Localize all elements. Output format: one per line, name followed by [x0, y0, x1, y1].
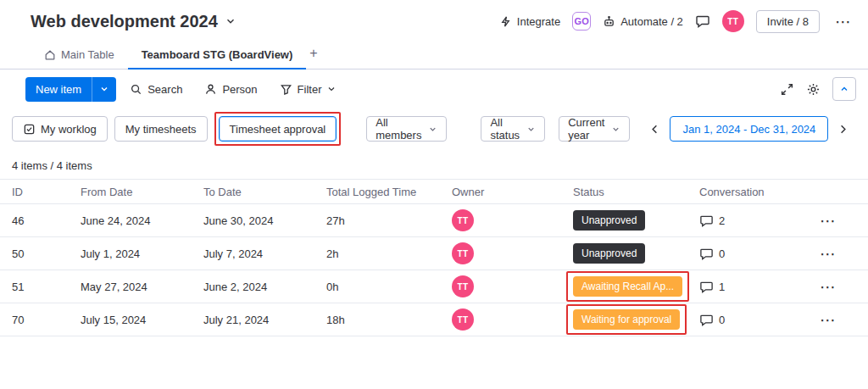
cell-to-date[interactable]: June 2, 2024: [203, 281, 326, 293]
column-header-from-date[interactable]: From Date: [81, 186, 203, 198]
conversation-button[interactable]: 0: [699, 313, 801, 327]
cell-conversation[interactable]: 2: [699, 214, 801, 228]
row-more-menu[interactable]: ⋯: [816, 311, 839, 329]
title-chevron-down-icon[interactable]: [225, 15, 236, 27]
all-status-select[interactable]: All status: [481, 116, 545, 142]
cell-conversation[interactable]: 0: [699, 313, 801, 327]
row-more-menu[interactable]: ⋯: [816, 212, 839, 230]
cell-id: 46: [12, 214, 81, 227]
row-more-menu[interactable]: ⋯: [816, 278, 839, 296]
conversation-button[interactable]: 2: [699, 214, 801, 228]
column-header-to-date[interactable]: To Date: [203, 186, 326, 198]
cell-from-date[interactable]: July 1, 2024: [81, 247, 203, 260]
cell-to-date[interactable]: June 30, 2024: [203, 214, 326, 227]
cell-from-date[interactable]: July 15, 2024: [81, 314, 203, 326]
invite-button[interactable]: Invite / 8: [756, 10, 820, 33]
all-status-value: All status: [490, 116, 520, 142]
automate-button[interactable]: Automate / 2: [603, 15, 683, 28]
search-button[interactable]: Search: [121, 77, 191, 102]
date-range-button[interactable]: Jan 1, 2024 - Dec 31, 2024: [670, 116, 828, 142]
automate-robot-icon: [603, 15, 615, 28]
timesheet-approval-button[interactable]: Timesheet approval: [219, 116, 337, 142]
new-item-button[interactable]: New item: [25, 77, 92, 102]
table-row[interactable]: 46 June 24, 2024 June 30, 2024 27h TT Un…: [0, 204, 868, 237]
tab-teamboard[interactable]: Teamboard STG (BoardView): [128, 48, 307, 69]
cell-menu: ⋯: [801, 246, 868, 262]
column-header-total-logged-time[interactable]: Total Logged Time: [326, 186, 452, 198]
chat-bubble-icon[interactable]: [695, 14, 710, 29]
column-header-conversation[interactable]: Conversation: [699, 186, 801, 198]
cell-conversation[interactable]: 1: [699, 280, 801, 294]
cell-id: 50: [12, 247, 81, 260]
new-item-split-button[interactable]: New item: [25, 77, 116, 102]
cell-owner[interactable]: TT: [452, 308, 573, 331]
add-tab-button[interactable]: +: [306, 46, 326, 69]
person-filter-button[interactable]: Person: [196, 77, 265, 102]
current-year-select[interactable]: Current year: [559, 116, 630, 142]
status-annotation-box: Unapproved: [566, 238, 652, 269]
row-more-menu[interactable]: ⋯: [816, 245, 839, 263]
status-badge[interactable]: Unapproved: [573, 210, 645, 231]
cell-status[interactable]: Unapproved: [573, 238, 699, 269]
status-badge[interactable]: Awaiting Recall Ap...: [573, 276, 682, 297]
filter-button[interactable]: Filter: [271, 77, 346, 102]
all-members-select[interactable]: All members: [366, 116, 447, 142]
conversation-count: 2: [719, 214, 725, 227]
cell-owner[interactable]: TT: [452, 275, 573, 297]
header-more-menu[interactable]: ⋯: [832, 14, 854, 30]
cell-menu: ⋯: [801, 312, 868, 328]
new-item-chevron-down-icon[interactable]: [92, 77, 116, 102]
search-icon: [130, 83, 142, 96]
previous-period-chevron-left-icon[interactable]: [647, 123, 663, 136]
owner-avatar[interactable]: TT: [452, 209, 474, 231]
owner-avatar[interactable]: TT: [452, 308, 474, 331]
cell-status[interactable]: Awaiting Recall Ap...: [573, 271, 699, 302]
person-label: Person: [222, 83, 257, 96]
filter-chevron-down-icon[interactable]: [326, 84, 337, 94]
cell-owner[interactable]: TT: [452, 242, 573, 264]
tab-main-table[interactable]: Main Table: [31, 48, 128, 69]
conversation-button[interactable]: 1: [699, 280, 801, 294]
table-row[interactable]: 70 July 15, 2024 July 21, 2024 18h TT Wa…: [0, 303, 868, 336]
integration-hex-badge-icon[interactable]: GO: [572, 12, 591, 31]
conversation-count: 0: [719, 314, 725, 326]
my-timesheets-button[interactable]: My timesheets: [114, 116, 208, 142]
toolbar-right: [780, 77, 856, 101]
status-badge[interactable]: Unapproved: [573, 243, 645, 264]
automate-label: Automate / 2: [620, 15, 683, 28]
conversation-bubble-icon: [699, 247, 714, 261]
cell-owner[interactable]: TT: [452, 209, 573, 231]
owner-avatar[interactable]: TT: [452, 275, 474, 297]
integrate-button[interactable]: Integrate: [499, 15, 560, 28]
cell-to-date[interactable]: July 21, 2024: [203, 314, 326, 326]
board-view: Web development 2024 Integrate GO Automa…: [0, 0, 868, 389]
expand-fullscreen-icon[interactable]: [780, 82, 794, 97]
cell-from-date[interactable]: June 24, 2024: [81, 214, 203, 227]
my-worklog-button[interactable]: My worklog: [12, 116, 108, 142]
all-members-value: All members: [376, 116, 421, 142]
status-annotation-box: Unapproved: [566, 205, 652, 236]
board-toolbar: New item Search Person Filter: [0, 69, 868, 108]
next-period-chevron-right-icon[interactable]: [835, 123, 851, 136]
cell-menu: ⋯: [801, 279, 868, 295]
cell-conversation[interactable]: 0: [699, 247, 801, 261]
column-header-id[interactable]: ID: [12, 186, 81, 198]
user-avatar[interactable]: TT: [722, 10, 744, 32]
cell-from-date[interactable]: May 27, 2024: [81, 281, 203, 293]
settings-gear-icon[interactable]: [806, 82, 821, 97]
owner-avatar[interactable]: TT: [452, 242, 474, 264]
cell-total-logged-time: 27h: [326, 214, 452, 227]
column-header-status[interactable]: Status: [573, 186, 699, 198]
cell-status[interactable]: Waiting for approval: [573, 304, 699, 335]
column-header-owner[interactable]: Owner: [452, 186, 573, 198]
conversation-button[interactable]: 0: [699, 247, 801, 261]
table-row[interactable]: 51 May 27, 2024 June 2, 2024 0h TT Await…: [0, 270, 868, 303]
table-row[interactable]: 50 July 1, 2024 July 7, 2024 2h TT Unapp…: [0, 237, 868, 270]
year-chevron-down-icon: [611, 125, 620, 134]
cell-status[interactable]: Unapproved: [573, 205, 699, 236]
status-badge[interactable]: Waiting for approval: [573, 309, 680, 330]
cell-to-date[interactable]: July 7, 2024: [203, 247, 326, 260]
filter-funnel-icon: [280, 83, 292, 96]
collapse-panel-button[interactable]: [832, 77, 856, 101]
tab-teamboard-label: Teamboard STG (BoardView): [142, 48, 293, 61]
